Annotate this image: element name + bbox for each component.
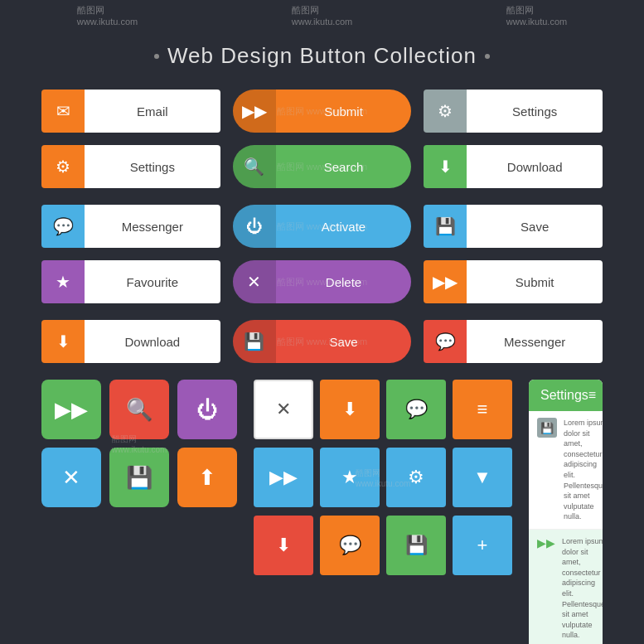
- email-icon: ✉: [41, 90, 85, 133]
- activate-button[interactable]: ⏻ Activate: [233, 205, 412, 248]
- buttons-container: 酷图网 www.ikutu.com ✉ Email ▶▶ Submit ⚙ Se…: [0, 90, 644, 363]
- settings-label-gray: Settings: [467, 90, 603, 133]
- watermark-1: 酷图网www.ikutu.com: [77, 4, 138, 27]
- messenger-label-blue: Messenger: [85, 205, 220, 248]
- submit-label-orange: Submit: [276, 90, 412, 133]
- messenger-icon-red: 💬: [424, 320, 467, 363]
- gear-icon-med[interactable]: ⚙: [386, 448, 446, 507]
- settings-item-1-icon: 💾: [537, 418, 557, 438]
- activate-label: Activate: [276, 205, 412, 248]
- med-icon-row-3: ⬇ 💬 💾 +: [254, 516, 512, 575]
- plus-icon-med[interactable]: +: [453, 516, 512, 575]
- button-row-4: 酷图网 www.ikutu.com ★ Favourite ✕ Delete ▶…: [41, 260, 603, 303]
- top-watermarks: 酷图网www.ikutu.com 酷图网www.ikutu.com 酷图网www…: [0, 0, 644, 27]
- chat-icon-med[interactable]: 💬: [386, 380, 446, 439]
- close-icon-sq[interactable]: ✕: [41, 448, 101, 507]
- settings-panel-header: Settings ≡: [529, 380, 603, 411]
- activate-icon: ⏻: [233, 205, 276, 248]
- download-icon: ⬇: [424, 145, 467, 188]
- favourite-label: Favourite: [85, 260, 220, 303]
- watermark-2: 酷图网www.ikutu.com: [292, 4, 352, 27]
- settings-icon-gray: ⚙: [424, 90, 467, 133]
- favourite-button[interactable]: ★ Favourite: [41, 260, 220, 303]
- delete-button[interactable]: ✕ Delete: [233, 260, 412, 303]
- settings-item-2[interactable]: ▶▶ Lorem ipsum dolor sit amet, consectet…: [529, 530, 603, 644]
- ff-icon-med[interactable]: ▶▶: [254, 448, 313, 507]
- page-title: Web Design Button Collection: [167, 43, 477, 69]
- download-label-orange: Download: [85, 320, 220, 363]
- download-button[interactable]: ⬇ Download: [424, 145, 603, 188]
- close-icon-med[interactable]: ✕: [254, 380, 313, 439]
- settings-button-orange[interactable]: ⚙ Settings: [41, 145, 220, 188]
- title-dot-left: [154, 54, 159, 59]
- button-row-3: 酷图网 www.ikutu.com 💬 Messenger ⏻ Activate…: [41, 205, 603, 248]
- search-icon: 🔍: [233, 145, 276, 188]
- save-button[interactable]: 💾 Save: [424, 205, 603, 248]
- submit-button-orange[interactable]: ▶▶ Submit: [233, 90, 412, 133]
- email-button[interactable]: ✉ Email: [41, 90, 220, 133]
- download-label: Download: [467, 145, 603, 188]
- messenger-label-red: Messenger: [467, 320, 603, 363]
- settings-item-1-text: Lorem ipsum dolor sit amet, consectetur …: [564, 418, 603, 522]
- save2-icon-med[interactable]: 💾: [386, 516, 446, 575]
- menu-icon-med[interactable]: ≡: [453, 380, 512, 439]
- download-button-orange[interactable]: ⬇ Download: [41, 320, 220, 363]
- med-icon-row-2: ▶▶ ★ ⚙ ▼: [254, 448, 512, 507]
- settings-icon-orange: ⚙: [41, 145, 85, 188]
- delete-label: Delete: [276, 260, 412, 303]
- submit-label-split: Submit: [467, 260, 603, 303]
- star-icon-med[interactable]: ★: [320, 448, 380, 507]
- submit-icon-split: ▶▶: [424, 260, 467, 303]
- settings-item-2-arrow: ▶▶: [537, 536, 555, 550]
- save-icon-sq[interactable]: 💾: [109, 448, 169, 507]
- title-section: Web Design Button Collection: [0, 27, 644, 90]
- down-icon-med[interactable]: ▼: [453, 448, 512, 507]
- settings-label-orange: Settings: [85, 145, 220, 188]
- med-icon-row-1: ✕ ⬇ 💬 ≡: [254, 380, 512, 439]
- download-icon-orange: ⬇: [41, 320, 85, 363]
- settings-header-menu-icon: ≡: [588, 388, 596, 403]
- save-button-red[interactable]: 💾 Save: [233, 320, 412, 363]
- submit-icon-orange: ▶▶: [233, 90, 276, 133]
- save-label: Save: [467, 205, 603, 248]
- search-icon-sq[interactable]: 🔍: [109, 380, 169, 439]
- download-icon-med[interactable]: ⬇: [320, 380, 380, 439]
- search-label: Search: [276, 145, 412, 188]
- messenger-icon-blue: 💬: [41, 205, 85, 248]
- settings-item-1[interactable]: 💾 Lorem ipsum dolor sit amet, consectetu…: [529, 411, 603, 530]
- dl-icon-med[interactable]: ⬇: [254, 516, 313, 575]
- upload-icon-sq[interactable]: ⬆: [177, 448, 237, 507]
- settings-panel: Settings ≡ 💾 Lorem ipsum dolor sit amet,…: [529, 380, 603, 644]
- settings-item-2-text: Lorem ipsum dolor sit amet, consectetur …: [562, 536, 603, 641]
- small-icon-row-1: ▶▶ 🔍 ⏻: [41, 380, 237, 439]
- save-label-red: Save: [276, 320, 412, 363]
- fast-forward-icon-sq[interactable]: ▶▶: [41, 380, 101, 439]
- button-row-5: 酷图网 www.ikutu.com ⬇ Download 💾 Save 💬 Me…: [41, 320, 603, 363]
- chat2-icon-med[interactable]: 💬: [320, 516, 380, 575]
- save-icon: 💾: [424, 205, 467, 248]
- save-icon-red: 💾: [233, 320, 276, 363]
- bottom-section: 酷图网www.ikutu.com ▶▶ 🔍 ⏻ ✕ 💾 ⬆ 酷图网www.iku…: [0, 380, 644, 644]
- settings-panel-title: Settings: [540, 388, 588, 403]
- small-icon-grid: 酷图网www.ikutu.com ▶▶ 🔍 ⏻ ✕ 💾 ⬆: [41, 380, 237, 507]
- title-dot-right: [485, 54, 490, 59]
- button-row-1: 酷图网 www.ikutu.com ✉ Email ▶▶ Submit ⚙ Se…: [41, 90, 603, 133]
- settings-button-gray[interactable]: ⚙ Settings: [424, 90, 603, 133]
- submit-button-split[interactable]: ▶▶ Submit: [424, 260, 603, 303]
- search-button-green[interactable]: 🔍 Search: [233, 145, 412, 188]
- email-label: Email: [85, 90, 220, 133]
- small-icon-row-2: ✕ 💾 ⬆: [41, 448, 237, 507]
- button-row-2: 酷图网 www.ikutu.com ⚙ Settings 🔍 Search ⬇ …: [41, 145, 603, 188]
- watermark-3: 酷图网www.ikutu.com: [506, 4, 567, 27]
- power-icon-sq[interactable]: ⏻: [177, 380, 237, 439]
- messenger-button-red[interactable]: 💬 Messenger: [424, 320, 603, 363]
- medium-icon-grid: 酷图网www.ikutu.com ✕ ⬇ 💬 ≡ ▶▶ ★ ⚙ ▼ ⬇ 💬 💾 …: [254, 380, 512, 575]
- messenger-button-blue[interactable]: 💬 Messenger: [41, 205, 220, 248]
- favourite-icon: ★: [41, 260, 85, 303]
- delete-icon: ✕: [233, 260, 276, 303]
